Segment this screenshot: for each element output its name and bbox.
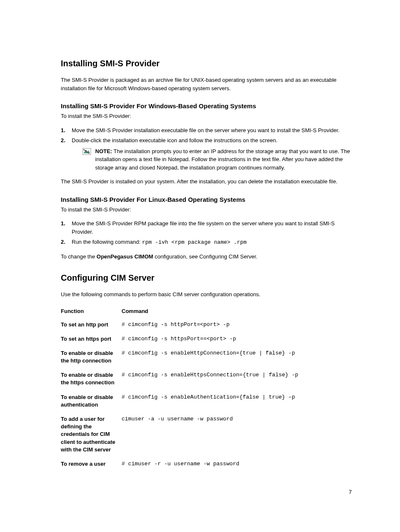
linux-step-2: 2. Run the following command: rpm -ivh <… (61, 238, 352, 247)
windows-lead: To install the SMI-S Provider: (61, 112, 352, 120)
linux-after: To change the OpenPegasus CIMOM configur… (61, 253, 352, 261)
heading-installing-smis: Installing SMI-S Provider (61, 59, 352, 68)
table-row: To enable or disable the https connectio… (61, 368, 352, 390)
table-row: To set an http port # cimconfig -s httpP… (61, 318, 352, 332)
table-row: To add a user for defining the credentia… (61, 412, 352, 457)
heading-windows: Installing SMI-S Provider For Windows-Ba… (61, 102, 352, 110)
note-block: NOTE: The installation prompts you to en… (83, 147, 352, 172)
cmd-cell: # cimconfig -s httpPort=<port> -p (122, 318, 352, 332)
func-cell: To add a user for defining the credentia… (61, 412, 122, 457)
windows-step-1: 1. Move the SMI-S Provider installation … (61, 126, 352, 135)
linux-step-2-pre: Run the following command: (72, 239, 142, 245)
table-row: To set an https port # cimconfig -s http… (61, 332, 352, 346)
func-cell: To set an https port (61, 332, 122, 346)
table-row: To remove a user # cimuser -r -u usernam… (61, 457, 352, 471)
linux-step-1: 1. Move the SMI-S Provider RPM package f… (61, 219, 352, 236)
cmd-cell: # cimuser -r -u username -w password (122, 457, 352, 471)
openpegasus-bold: OpenPegasus CIMOM (96, 253, 153, 260)
note-icon (83, 148, 91, 157)
func-cell: To remove a user (61, 457, 122, 471)
windows-steps: 1. Move the SMI-S Provider installation … (61, 126, 352, 172)
table-row: To enable or disable authentication # ci… (61, 390, 352, 412)
windows-step-2: 2. Double-click the installation executa… (61, 136, 352, 172)
heading-configuring-cim: Configuring CIM Server (61, 273, 352, 283)
intro-paragraph: The SMI-S Provider is packaged as an arc… (61, 76, 352, 92)
table-row: To enable or disable the http connection… (61, 346, 352, 368)
windows-step-2-text: Double-click the installation executable… (72, 137, 278, 143)
cmd-cell: # cimconfig -s enableHttpsConnection={tr… (122, 368, 352, 390)
linux-step-2-code: rpm -ivh <rpm package name> .rpm (142, 239, 247, 245)
heading-linux: Installing SMI-S Provider For Linux-Base… (61, 196, 352, 203)
command-table: Function Command To set an http port # c… (61, 305, 352, 472)
cmd-cell: cimuser -a -u username -w password (122, 412, 352, 457)
func-cell: To enable or disable the https connectio… (61, 368, 122, 390)
note-body: The installation prompts you to enter an… (95, 148, 350, 171)
cim-lead: Use the following commands to perform ba… (61, 290, 352, 299)
linux-lead: To install the SMI-S Provider: (61, 206, 352, 214)
func-cell: To enable or disable the http connection (61, 346, 122, 368)
linux-step-1-text: Move the SMI-S Provider RPM package file… (72, 220, 335, 235)
cmd-cell: # cimconfig -s enableHttpConnection={tru… (122, 346, 352, 368)
note-text: NOTE: The installation prompts you to en… (95, 147, 352, 172)
cmd-cell: # cimconfig -s enableAuthentication={fal… (122, 390, 352, 412)
func-cell: To enable or disable authentication (61, 390, 122, 412)
windows-step-1-text: Move the SMI-S Provider installation exe… (72, 127, 340, 133)
cmd-cell: # cimconfig -s httpsPort==<port> -p (122, 332, 352, 346)
func-cell: To set an http port (61, 318, 122, 332)
windows-after: The SMI-S Provider is installed on your … (61, 177, 352, 186)
page-number: 7 (349, 489, 352, 495)
page-content: Installing SMI-S Provider The SMI-S Prov… (0, 0, 400, 471)
th-function: Function (61, 305, 122, 318)
th-command: Command (122, 305, 352, 318)
note-label: NOTE: (95, 148, 112, 154)
linux-steps: 1. Move the SMI-S Provider RPM package f… (61, 219, 352, 247)
